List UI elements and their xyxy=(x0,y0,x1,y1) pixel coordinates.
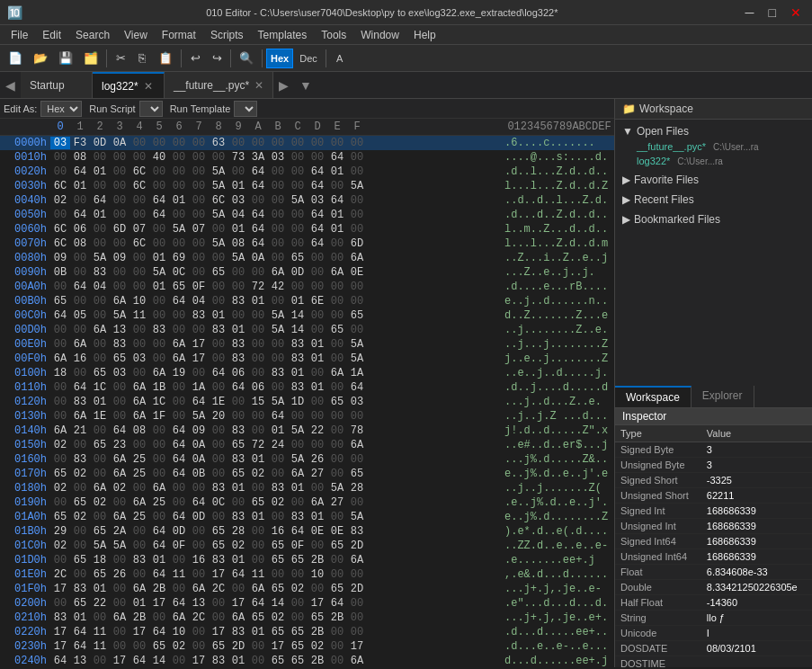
hex-cell[interactable]: 65 xyxy=(209,525,228,538)
hex-cell[interactable]: 00 xyxy=(129,540,149,552)
hex-cell[interactable]: 64 xyxy=(149,568,169,581)
hex-cell[interactable]: 00 xyxy=(327,137,347,149)
hex-cell[interactable]: 6A xyxy=(347,554,367,566)
hex-cell[interactable]: 00 xyxy=(189,209,209,221)
hex-cell[interactable]: 00 xyxy=(248,338,268,351)
hex-cell[interactable]: 65 xyxy=(347,309,367,322)
hex-cell[interactable]: 00 xyxy=(248,309,268,322)
hex-cell[interactable]: 25 xyxy=(129,453,149,466)
hex-cell[interactable]: 64 xyxy=(308,180,327,192)
hex-cell[interactable]: 02 xyxy=(308,640,327,653)
hex-cell[interactable]: 00 xyxy=(327,468,347,480)
hex-cell[interactable]: 00 xyxy=(268,209,288,221)
hex-cell[interactable]: 6C xyxy=(129,237,149,250)
hex-cell[interactable]: 00 xyxy=(50,410,70,423)
hex-cell[interactable]: 00 xyxy=(327,439,347,451)
table-row[interactable]: 0210h8301006A2B006A2C006A650200652B00...… xyxy=(0,611,614,625)
hex-cell[interactable]: 0A xyxy=(189,453,209,466)
hex-cell[interactable]: 5A xyxy=(347,338,367,351)
hex-cell[interactable]: 00 xyxy=(149,309,169,322)
hex-cell[interactable]: 01 xyxy=(248,511,268,523)
minimize-button[interactable]: ─ xyxy=(742,5,758,20)
hex-cell[interactable]: 00 xyxy=(327,381,347,394)
hex-cell[interactable]: 01 xyxy=(288,482,308,495)
hex-cell[interactable]: 65 xyxy=(90,525,110,538)
table-row[interactable]: 0070h6C0800006C0000005A0864000064006Dl..… xyxy=(0,236,614,251)
hex-cell[interactable]: 6D xyxy=(110,223,129,236)
hex-cell[interactable]: 00 xyxy=(189,640,209,653)
hex-cell[interactable]: 00 xyxy=(129,568,149,581)
hex-cell[interactable]: 00 xyxy=(50,554,70,566)
hex-cell[interactable]: 00 xyxy=(149,165,169,178)
hex-cell[interactable]: 22 xyxy=(308,424,327,437)
hex-cell[interactable]: 00 xyxy=(209,453,228,466)
hex-cell[interactable]: 00 xyxy=(248,324,268,336)
hex-cell[interactable]: 01 xyxy=(248,295,268,308)
hex-cell[interactable]: 1E xyxy=(90,410,110,423)
hex-cell[interactable]: 00 xyxy=(268,381,288,394)
hex-cell[interactable]: 17 xyxy=(209,568,228,581)
hex-cell[interactable]: 00 xyxy=(169,396,189,408)
hex-cell[interactable]: 00 xyxy=(110,381,129,394)
hex-cell[interactable]: 6A xyxy=(50,352,70,365)
hex-cell[interactable]: 2D xyxy=(228,640,248,653)
hex-cell[interactable]: 26 xyxy=(110,568,129,581)
table-row[interactable]: Stringllo ƒ xyxy=(615,611,812,626)
menu-item-help[interactable]: Help xyxy=(406,27,443,43)
hex-cell[interactable]: 00 xyxy=(248,194,268,207)
hex-cell[interactable]: 6A xyxy=(169,352,189,365)
hex-cell[interactable]: 00 xyxy=(288,568,308,581)
hex-cell[interactable]: 00 xyxy=(209,252,228,264)
hex-cell[interactable]: 00 xyxy=(308,367,327,379)
hex-cell[interactable]: 01 xyxy=(228,324,248,336)
table-row[interactable]: 00D0h00006A13008300008301005A14006500..j… xyxy=(0,323,614,337)
hex-cell[interactable]: 00 xyxy=(149,511,169,523)
hex-cell[interactable]: 00 xyxy=(189,165,209,178)
hex-cell[interactable]: 00 xyxy=(189,525,209,538)
hex-cell[interactable]: 01 xyxy=(308,338,327,351)
hex-cell[interactable]: 01 xyxy=(90,209,110,221)
hex-cell[interactable]: 83 xyxy=(110,338,129,351)
hex-cell[interactable]: 16 xyxy=(189,554,209,566)
hex-cell[interactable]: 5A xyxy=(288,453,308,466)
hex-cell[interactable]: 00 xyxy=(347,626,367,638)
hex-cell[interactable]: 6A xyxy=(327,367,347,379)
hex-cell[interactable]: 00 xyxy=(347,568,367,581)
hex-cell[interactable]: 00 xyxy=(90,338,110,351)
hex-cell[interactable]: 00 xyxy=(308,252,327,264)
hex-cell[interactable]: 64 xyxy=(308,223,327,236)
hex-cell[interactable]: 01 xyxy=(308,381,327,394)
hex-cell[interactable]: 00 xyxy=(189,180,209,192)
hex-cell[interactable]: 00 xyxy=(189,237,209,250)
hex-cell[interactable]: 00 xyxy=(347,223,367,236)
hex-cell[interactable]: 6A xyxy=(90,482,110,495)
hex-cell[interactable]: 01 xyxy=(129,597,149,610)
hex-cell[interactable]: 00 xyxy=(90,655,110,667)
hex-cell[interactable]: 24 xyxy=(268,439,288,451)
hex-cell[interactable]: 17 xyxy=(209,626,228,638)
hex-cell[interactable]: 00 xyxy=(149,424,169,437)
hex-cell[interactable]: 0F xyxy=(189,281,209,293)
hex-cell[interactable]: 00 xyxy=(70,482,90,495)
hex-cell[interactable]: 18 xyxy=(90,554,110,566)
table-row[interactable]: 0170h6502006A2500640B006502006A270065e..… xyxy=(0,467,614,481)
hex-cell[interactable]: 00 xyxy=(110,626,129,638)
hex-cell[interactable]: 0A xyxy=(189,439,209,451)
hex-cell[interactable]: 14 xyxy=(288,324,308,336)
hex-cell[interactable]: 65 xyxy=(90,439,110,451)
hex-cell[interactable]: 00 xyxy=(209,338,228,351)
table-row[interactable]: 01C0h02005A5A00640F00650200650F00652D..Z… xyxy=(0,539,614,553)
hex-cell[interactable]: 65 xyxy=(90,568,110,581)
hex-cell[interactable]: 5A xyxy=(110,309,129,322)
hex-cell[interactable]: 00 xyxy=(228,165,248,178)
hex-cell[interactable]: 00 xyxy=(288,180,308,192)
table-row[interactable]: 0030h6C0100006C0000005A0164000064005Al..… xyxy=(0,179,614,193)
hex-cell[interactable]: 00 xyxy=(228,309,248,322)
hex-cell[interactable]: 01 xyxy=(228,482,248,495)
hex-cell[interactable]: 5A xyxy=(209,180,228,192)
hex-cell[interactable]: 17 xyxy=(268,640,288,653)
hex-cell[interactable]: 00 xyxy=(327,338,347,351)
hex-cell[interactable]: 0F xyxy=(288,540,308,552)
hex-cell[interactable]: 5A xyxy=(327,482,347,495)
hex-cell[interactable]: 00 xyxy=(189,151,209,164)
